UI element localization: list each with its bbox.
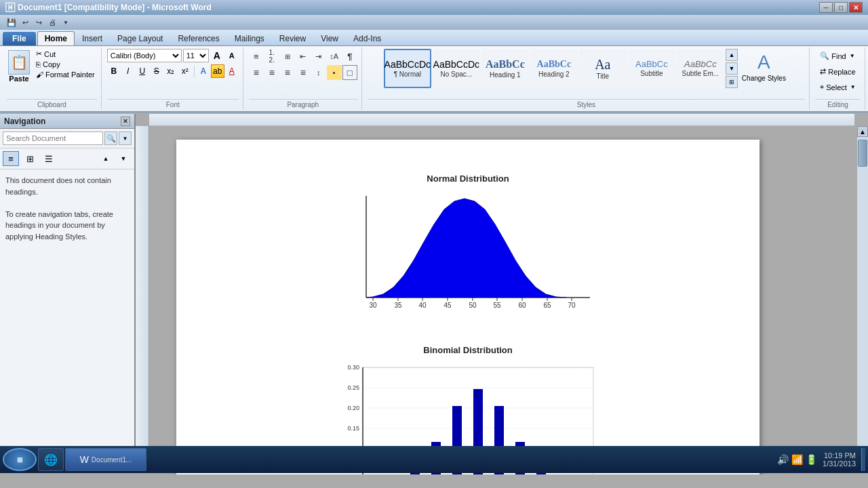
shrink-font-button[interactable]: A xyxy=(225,49,239,62)
superscript-button[interactable]: x² xyxy=(178,64,192,78)
clipboard-group: 📋 Paste ✂ Cut ⎘ Copy 🖌 Format Painter Cl… xyxy=(3,47,102,110)
format-painter-button[interactable]: 🖌 Format Painter xyxy=(34,70,97,79)
tab-references[interactable]: References xyxy=(170,31,226,45)
tab-review[interactable]: Review xyxy=(272,31,313,45)
print-qat-button[interactable]: 🖨 xyxy=(46,16,58,28)
decrease-indent-button[interactable]: ⇤ xyxy=(296,49,311,64)
navigation-help-message: To create navigation tabs, create headin… xyxy=(5,209,129,243)
align-center-button[interactable]: ≡ xyxy=(264,65,279,80)
paragraph-group-content: ≡ 1.2. ⊞ ⇤ ⇥ ↕A ¶ ≡ ≡ ≡ ≡ ↕ ▪ □ xyxy=(249,49,357,99)
subscript-button[interactable]: x₂ xyxy=(164,64,178,78)
scrollbar-thumb[interactable] xyxy=(858,140,867,167)
window-title: Document1 [Compatibility Mode] - Microso… xyxy=(18,3,212,12)
style-subtle-em-button[interactable]: AaBbCc Subtle Em... xyxy=(677,49,724,88)
svg-text:65: 65 xyxy=(543,302,551,309)
strikethrough-button[interactable]: S xyxy=(150,64,163,78)
styles-down-button[interactable]: ▼ xyxy=(726,62,738,75)
replace-icon: ⇄ xyxy=(820,67,826,76)
bullets-button[interactable]: ≡ xyxy=(249,49,264,64)
style-heading1-button[interactable]: AaBbCc Heading 1 xyxy=(481,49,529,88)
styles-group-label: Styles xyxy=(368,99,805,108)
styles-more-button[interactable]: ⊞ xyxy=(726,76,738,88)
text-effects-button[interactable]: A xyxy=(197,64,210,78)
style-normal-button[interactable]: AaBbCcDc ¶ Normal xyxy=(384,49,431,88)
style-no-spacing-button[interactable]: AaBbCcDc No Spac... xyxy=(433,49,480,88)
show-desktop-button[interactable] xyxy=(861,448,865,471)
tab-mailings[interactable]: Mailings xyxy=(227,31,272,45)
style-subtitle-button[interactable]: AaBbCc Subtitle xyxy=(628,49,675,88)
paste-button[interactable]: 📋 Paste xyxy=(7,49,31,84)
navigation-view-headings-button[interactable]: ≡ xyxy=(3,151,19,166)
find-button[interactable]: 🔍 Find ▼ xyxy=(816,49,859,63)
undo-qat-button[interactable]: ↩ xyxy=(19,16,31,28)
font-family-select[interactable]: Calibri (Body) xyxy=(107,49,182,62)
tab-add-ins[interactable]: Add-Ins xyxy=(346,31,389,45)
navigation-view-results-button[interactable]: ☰ xyxy=(41,151,57,166)
svg-text:30: 30 xyxy=(369,302,377,309)
line-spacing-button[interactable]: ↕ xyxy=(311,65,326,80)
style-normal-label: ¶ Normal xyxy=(394,70,421,78)
multilevel-list-button[interactable]: ⊞ xyxy=(280,49,295,64)
navigation-view-pages-button[interactable]: ⊞ xyxy=(22,151,38,166)
style-subtle-em-label: Subtle Em... xyxy=(682,70,719,77)
styles-up-button[interactable]: ▲ xyxy=(726,49,738,61)
clipboard-small-buttons: ✂ Cut ⎘ Copy 🖌 Format Painter xyxy=(34,49,97,79)
borders-button[interactable]: □ xyxy=(342,65,357,80)
replace-button[interactable]: ⇄ Replace xyxy=(816,64,859,79)
align-right-button[interactable]: ≡ xyxy=(280,65,295,80)
italic-button[interactable]: I xyxy=(121,64,135,78)
justify-button[interactable]: ≡ xyxy=(296,65,311,80)
find-dropdown-icon: ▼ xyxy=(850,53,855,59)
style-heading2-sample: AaBbCc xyxy=(537,60,572,69)
maximize-button[interactable]: □ xyxy=(834,2,848,13)
highlight-button[interactable]: ab xyxy=(211,64,224,78)
svg-text:55: 55 xyxy=(493,302,501,309)
tab-file[interactable]: File xyxy=(3,32,36,45)
numbering-button[interactable]: 1.2. xyxy=(264,49,279,64)
redo-qat-button[interactable]: ↪ xyxy=(33,16,45,28)
navigation-sort-up-button[interactable]: ▲ xyxy=(98,151,114,166)
grow-font-button[interactable]: A xyxy=(210,49,224,62)
font-color-button[interactable]: A xyxy=(225,64,239,78)
shading-button[interactable]: ▪ xyxy=(327,65,342,80)
taskbar: ⊞ 🌐 W Document1... 🔊 📶 🔋 10:19 PM 1/31/2… xyxy=(0,446,868,473)
minimize-button[interactable]: ─ xyxy=(819,2,833,13)
style-title-button[interactable]: Aa Title xyxy=(579,49,627,88)
align-left-button[interactable]: ≡ xyxy=(249,65,264,80)
svg-text:40: 40 xyxy=(418,302,427,309)
bold-button[interactable]: B xyxy=(107,64,121,78)
tab-page-layout[interactable]: Page Layout xyxy=(110,31,170,45)
date-display: 1/31/2013 xyxy=(823,460,856,468)
close-button[interactable]: ✕ xyxy=(849,2,863,13)
navigation-search-more-button[interactable]: ▼ xyxy=(119,131,132,145)
scrollbar-vertical[interactable]: ▲ ▼ xyxy=(857,126,868,458)
scrollbar-up-arrow[interactable]: ▲ xyxy=(857,126,868,137)
font-size-select[interactable]: 11 xyxy=(183,49,209,62)
tab-home[interactable]: Home xyxy=(37,31,75,45)
copy-button[interactable]: ⎘ Copy xyxy=(34,60,97,69)
clipboard-group-content: 📋 Paste ✂ Cut ⎘ Copy 🖌 Format Painter xyxy=(7,49,97,99)
qat-more-button[interactable]: ▼ xyxy=(60,16,72,28)
style-title-sample: Aa xyxy=(595,58,610,71)
show-formatting-button[interactable]: ¶ xyxy=(342,49,357,64)
select-button[interactable]: ⌖ Select ▼ xyxy=(816,80,860,94)
sort-button[interactable]: ↕A xyxy=(327,49,342,64)
start-button[interactable]: ⊞ xyxy=(3,448,37,471)
styles-group-content: AaBbCcDc ¶ Normal AaBbCcDc No Spac... Aa… xyxy=(384,49,789,99)
taskbar-explorer-button[interactable]: 🌐 xyxy=(38,448,64,471)
taskbar-word-button[interactable]: W Document1... xyxy=(65,448,146,471)
navigation-sort-down-button[interactable]: ▼ xyxy=(115,151,132,166)
increase-indent-button[interactable]: ⇥ xyxy=(311,49,326,64)
tab-view[interactable]: View xyxy=(313,31,346,45)
change-styles-button[interactable]: A Change Styles xyxy=(739,49,789,85)
navigation-search-input[interactable] xyxy=(3,131,103,145)
document-page[interactable]: Normal Distribution 30 35 40 45 50 xyxy=(176,140,760,474)
underline-button[interactable]: U xyxy=(136,64,149,78)
style-heading2-button[interactable]: AaBbCc Heading 2 xyxy=(530,49,578,88)
navigation-close-button[interactable]: ✕ xyxy=(121,117,130,126)
font-row1: Calibri (Body) 11 A A xyxy=(107,49,239,62)
tab-insert[interactable]: Insert xyxy=(75,31,110,45)
cut-button[interactable]: ✂ Cut xyxy=(34,49,97,59)
navigation-search-button[interactable]: 🔍 xyxy=(104,131,117,145)
save-qat-button[interactable]: 💾 xyxy=(5,16,18,28)
